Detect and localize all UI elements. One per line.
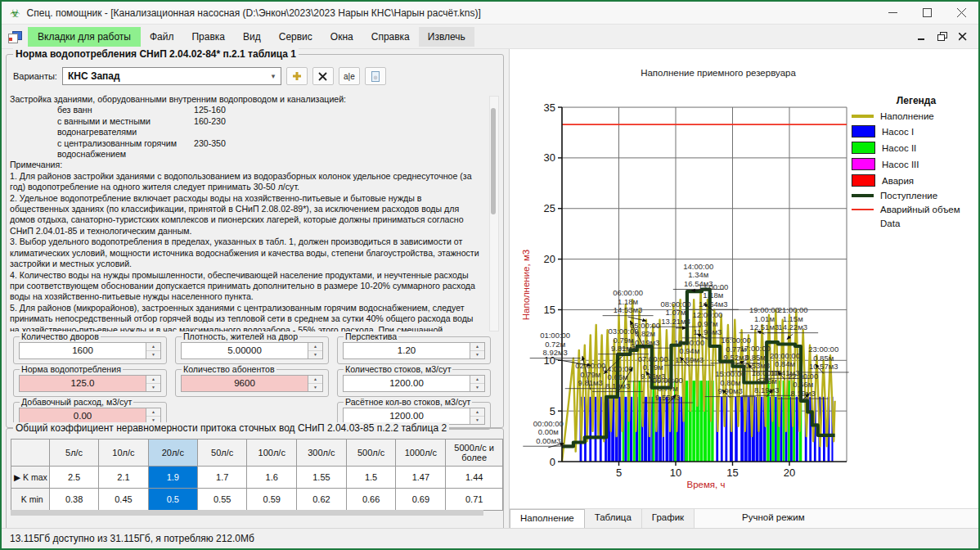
table-cell[interactable]: 1.47 [396,467,446,489]
minimize-button[interactable] [875,2,910,24]
table-cell[interactable]: 0.5 [148,489,197,511]
mdi-minimize-button[interactable] [918,29,926,44]
table-cell[interactable]: 1.6 [247,467,297,489]
pump-bar-1 [740,397,744,462]
numeric-input[interactable]: 125.0▲▼ [19,375,161,392]
table-cell[interactable]: 0.55 [198,489,247,511]
spinner-buttons[interactable]: ▲▼ [146,343,160,358]
annotation-time: 21:00:00 [778,305,808,314]
report-button[interactable] [365,67,386,85]
annotation-volume: 12.51м3 [750,322,780,331]
spinner-buttons[interactable]: ▲▼ [146,376,160,391]
menu-item-4[interactable]: Вид [234,27,270,47]
table-cell[interactable]: 0.66 [346,489,396,511]
numeric-input[interactable]: 1.20▲▼ [343,342,485,359]
manual-mode-label[interactable]: Ручной режим [732,509,814,528]
tab-2[interactable]: Таблица [585,509,642,528]
variants-combobox[interactable]: КНС Запад ▾ [62,67,281,85]
rename-variant-button[interactable]: a|e [339,67,360,85]
table-cell[interactable]: 0.62 [297,489,347,511]
tab-1[interactable]: Наполнение [510,509,585,528]
pump-bar-1 [775,397,777,462]
table-cell[interactable]: 0.45 [99,489,148,511]
table-col-header[interactable]: 20л/с [148,440,197,467]
delete-variant-button[interactable] [312,67,334,85]
table-row-header[interactable]: K min [11,489,50,511]
menu-item-2[interactable]: Файл [141,27,183,47]
numeric-field: Количество стоков, м3/сут1200.00▲▼ [337,369,491,397]
spinner-buttons[interactable]: ▲▼ [470,343,484,358]
menu-item-6[interactable]: Окна [321,27,362,47]
table-cell[interactable]: 1.55 [297,467,347,489]
add-variant-button[interactable] [286,67,308,85]
annotation-level: 0.77м [658,384,678,393]
table-col-header[interactable]: 50л/с [198,440,247,467]
variants-label: Варианты: [13,71,57,81]
x-tick-label: 20 [784,467,795,479]
annotation-time: 07:00:00 [638,354,668,363]
table-cell[interactable]: 0.38 [49,489,98,511]
table-cell[interactable]: 1.5 [346,467,396,489]
info-scrollbar[interactable] [489,96,499,331]
legend-swatch-icon [852,158,875,170]
annotation-volume: 0.00м3 [536,436,560,445]
spinner-buttons[interactable]: ▲▼ [470,376,484,391]
scrollbar-thumb[interactable] [491,108,496,214]
table-col-header[interactable]: 100л/с [247,440,297,467]
numeric-field: Перспектива1.20▲▼ [337,336,491,364]
app-icon: ☣ [10,7,20,19]
menu-item-1[interactable]: Вкладки для работы [28,27,141,47]
field-label: Добавочный расход, м3/сут [20,397,133,407]
table-col-header[interactable]: 300л/с [297,440,347,467]
menu-item-7[interactable]: Справка [362,27,419,47]
y-tick-label: 30 [544,151,555,164]
annotation-time: 02:00:00 [575,361,605,370]
menu-item-5[interactable]: Сервис [270,27,321,47]
building-option-row: без ванн125-160 [10,105,480,115]
annotation-time: 14:00:00 [683,262,713,271]
table-cell[interactable]: 2.1 [99,467,148,489]
maximize-button[interactable] [910,2,944,24]
field-label: Расётное кол-во стоков, м3/сут [344,397,472,407]
table-col-header[interactable]: 5л/с [49,440,98,467]
annotation-level: 0.80м [720,378,740,387]
tab-3[interactable]: График [642,509,695,528]
spinner-buttons[interactable]: ▲▼ [308,343,322,358]
table-col-header[interactable]: 500л/с [346,440,396,467]
numeric-input[interactable]: 5.00000▲▼ [181,342,323,359]
field-value: 9600 [182,376,308,391]
table-cell[interactable]: 1.44 [446,467,503,489]
numeric-input[interactable]: 1600▲▼ [19,342,161,359]
close-button[interactable] [944,2,978,24]
spinner-buttons[interactable]: ▲▼ [470,408,484,424]
table-cell[interactable]: 1.7 [198,467,247,489]
coef-table[interactable]: 5л/с10л/с20л/с50л/с100л/с300л/с500л/с100… [11,439,503,511]
table-col-header[interactable]: 5000л/с и более [446,440,503,467]
table-cell[interactable]: 0.71 [446,489,503,511]
norm-groupbox-title: Норма водопотребления СНиП 2.04.02-84* п… [13,48,299,60]
field-label: Количество стоков, м3/сут [344,364,452,374]
table-col-header[interactable]: 10л/с [99,440,148,467]
table-cell[interactable]: 0.69 [396,489,446,511]
spinner-buttons[interactable]: ▲▼ [308,376,322,391]
numeric-input[interactable]: 9600▲▼ [181,375,323,392]
menu-item-3[interactable]: Правка [182,27,234,47]
menu-item-8[interactable]: Извлечь [419,27,474,47]
field-label: Перспектива [344,331,398,341]
annotation-volume: 10.57м3 [809,362,838,371]
norm-info-text: Застройка зданиями, оборудованными внутр… [10,94,480,331]
annotation-level: 0.66м [793,380,813,389]
status-bar: 13.115Гб доступно из 31.115Гб, я потребл… [2,528,978,548]
legend-label: Насос II [882,143,916,153]
annotation-level: 1.01м [754,314,775,323]
mdi-restore-button[interactable] [937,29,947,44]
input-fields-grid: Количество дворов1600▲▼Плотность, жителе… [13,333,497,430]
table-cell[interactable]: 2.5 [49,467,98,489]
table-col-header[interactable]: 1000л/с [396,440,446,467]
mdi-close-button[interactable] [959,29,967,44]
numeric-input[interactable]: 1200.00▲▼ [343,375,485,392]
table-cell[interactable]: 0.59 [247,489,297,511]
table-cell[interactable]: 1.9 [148,467,197,489]
annotation-volume: 8.19м3 [754,385,779,394]
table-row-header[interactable]: ▶ K max [11,467,50,489]
